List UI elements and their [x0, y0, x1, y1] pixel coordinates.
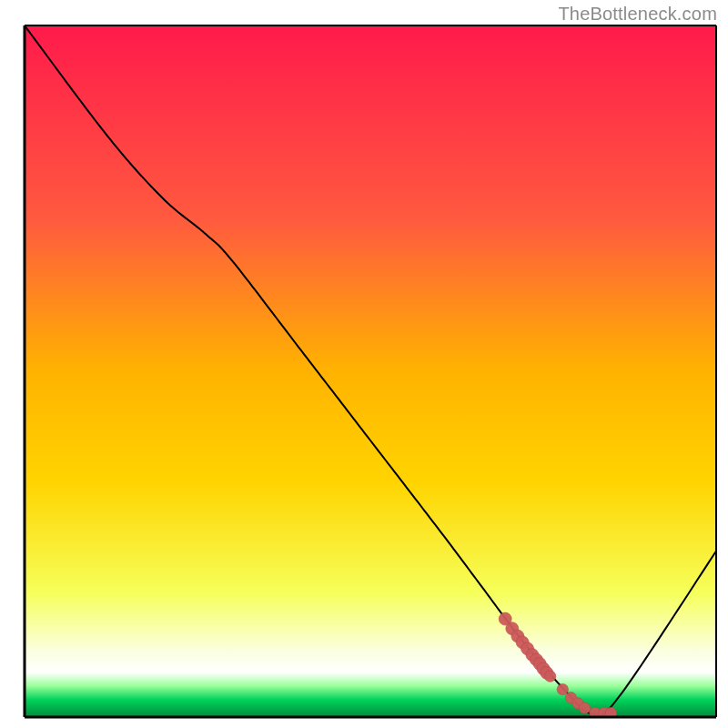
chart-container: TheBottleneck.com [0, 0, 728, 728]
bottleneck-chart [0, 0, 728, 728]
svg-point-12 [544, 671, 555, 682]
svg-rect-1 [25, 25, 716, 717]
svg-point-16 [579, 703, 590, 713]
svg-point-13 [557, 683, 568, 694]
